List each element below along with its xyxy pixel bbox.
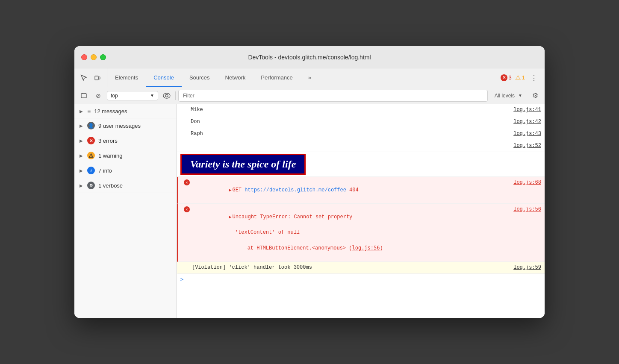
tab-bar-left: [78, 68, 107, 87]
device-toggle-button[interactable]: [91, 72, 103, 84]
level-selector[interactable]: All levels ▼: [490, 91, 527, 100]
log-content-get-error: ▶GET https://devtools.glitch.me/coffee 4…: [192, 179, 513, 202]
expand-arrow-icon[interactable]: ▶: [229, 188, 231, 193]
log-prefix: [180, 118, 191, 119]
sidebar: ▶ ≡ 12 messages ▶ 👤 9 user messages ▶ ✕ …: [74, 104, 177, 318]
chevron-right-icon: ▶: [80, 138, 84, 143]
tab-bar: Elements Console Sources Network Perform…: [74, 68, 545, 87]
error-icon: ✕: [87, 137, 95, 144]
user-icon: 👤: [87, 122, 95, 129]
more-options-button[interactable]: ⋮: [528, 71, 539, 84]
filter-input[interactable]: [178, 90, 488, 102]
clear-console-button[interactable]: [78, 90, 90, 102]
devtools-container: Elements Console Sources Network Perform…: [74, 68, 545, 318]
log-prefix: [180, 142, 191, 143]
svg-point-6: [165, 94, 168, 97]
log-entry-styled: Variety is the spice of life: [177, 152, 545, 177]
traffic-lights: [81, 54, 106, 60]
tab-performance[interactable]: Performance: [253, 68, 300, 87]
log-source-get-error[interactable]: log.js:68: [513, 179, 541, 185]
log-source-don[interactable]: log.js:42: [513, 118, 541, 125]
devtools-window: DevTools - devtools.glitch.me/console/lo…: [74, 46, 545, 318]
error-icon-prefix-2: ✕: [182, 205, 192, 212]
minimize-button[interactable]: [91, 54, 97, 60]
error-icon-prefix: ✕: [182, 179, 192, 185]
log-source-empty[interactable]: log.js:52: [513, 142, 541, 149]
sidebar-item-messages[interactable]: ▶ ≡ 12 messages: [74, 104, 177, 118]
log-content-typeerror: ▶Uncaught TypeError: Cannot set property…: [192, 205, 513, 260]
svg-rect-2: [81, 94, 86, 98]
close-button[interactable]: [81, 54, 87, 60]
title-bar: DevTools - devtools.glitch.me/console/lo…: [74, 46, 545, 68]
main-content: ▶ ≡ 12 messages ▶ 👤 9 user messages ▶ ✕ …: [74, 104, 545, 318]
log-entry-typeerror: ✕ ▶Uncaught TypeError: Cannot set proper…: [177, 204, 545, 262]
log-content-raph: Raph: [191, 130, 513, 138]
log-entry-mike: Mike log.js:41: [177, 104, 545, 116]
sidebar-item-warnings[interactable]: ▶ ⚠ 1 warning: [74, 148, 177, 163]
console-prompt[interactable]: >: [177, 274, 545, 285]
styled-output-text: Variety is the spice of life: [190, 159, 296, 170]
tabs: Elements Console Sources Network Perform…: [107, 68, 319, 87]
maximize-button[interactable]: [100, 54, 106, 60]
log-entry-raph: Raph log.js:43: [177, 128, 545, 140]
sidebar-item-errors[interactable]: ▶ ✕ 3 errors: [74, 133, 177, 148]
expand-arrow-icon-2[interactable]: ▶: [229, 215, 231, 220]
svg-point-5: [163, 93, 170, 98]
chevron-right-icon: ▶: [80, 123, 84, 128]
chevron-right-icon: ▶: [80, 183, 84, 188]
tab-network[interactable]: Network: [218, 68, 253, 87]
log-prefix: [180, 106, 191, 107]
chevron-right-icon: ▶: [80, 109, 84, 114]
tab-console[interactable]: Console: [146, 68, 182, 87]
context-selector[interactable]: top ▼: [107, 91, 158, 100]
eye-icon[interactable]: [161, 90, 173, 102]
log-entry-violation: [Violation] 'click' handler took 3000ms …: [177, 262, 545, 274]
log-source-typeerror[interactable]: log.js:56: [513, 205, 541, 212]
sidebar-label-info: 7 info: [98, 167, 112, 174]
log-content-don: Don: [191, 118, 513, 126]
log-entry-get-error: ✕ ▶GET https://devtools.glitch.me/coffee…: [177, 177, 545, 204]
window-title: DevTools - devtools.glitch.me/console/lo…: [248, 54, 371, 61]
sidebar-item-verbose[interactable]: ▶ ⚙ 1 verbose: [74, 178, 177, 193]
warning-count-badge[interactable]: ⚠ 1: [515, 74, 525, 82]
inspect-element-button[interactable]: [78, 72, 90, 84]
error-count-badge[interactable]: ✕ 3: [501, 74, 512, 81]
chevron-right-icon: ▶: [80, 153, 84, 158]
tab-bar-right: ✕ 3 ⚠ 1 ⋮: [501, 68, 545, 87]
sidebar-item-info[interactable]: ▶ i 7 info: [74, 163, 177, 178]
console-log: Mike log.js:41 Don log.js:42 Raph log.js…: [177, 104, 545, 318]
log-content-violation: [Violation] 'click' handler took 3000ms: [192, 264, 513, 271]
sidebar-label-errors: 3 errors: [98, 138, 118, 144]
error-url-link[interactable]: https://devtools.glitch.me/coffee: [245, 187, 346, 193]
console-toolbar: ⊘ top ▼ All levels ▼ ⚙: [74, 87, 545, 104]
svg-rect-0: [95, 76, 98, 80]
list-icon: ≡: [87, 108, 91, 114]
sidebar-label-messages: 12 messages: [94, 108, 127, 114]
chevron-right-icon: ▶: [80, 168, 84, 173]
tab-more[interactable]: »: [301, 68, 319, 87]
tab-sources[interactable]: Sources: [182, 68, 218, 87]
error-source-link[interactable]: log.js:56: [352, 245, 380, 251]
block-requests-button[interactable]: ⊘: [92, 90, 104, 102]
log-content-mike: Mike: [191, 106, 513, 114]
svg-rect-1: [99, 77, 100, 79]
tab-elements[interactable]: Elements: [107, 68, 146, 87]
log-source-raph[interactable]: log.js:43: [513, 130, 541, 137]
sidebar-label-verbose: 1 verbose: [98, 182, 123, 189]
sidebar-label-user: 9 user messages: [98, 123, 141, 129]
divider: [175, 91, 176, 100]
log-prefix-violation: [182, 264, 192, 264]
sidebar-label-warnings: 1 warning: [98, 153, 122, 159]
log-source-violation[interactable]: log.js:59: [513, 264, 541, 270]
log-entry-empty: log.js:52: [177, 140, 545, 152]
info-icon: i: [87, 167, 95, 174]
warning-icon: ⚠: [87, 152, 95, 159]
settings-button[interactable]: ⚙: [529, 90, 541, 102]
log-entry-don: Don log.js:42: [177, 116, 545, 128]
log-prefix: [180, 130, 191, 131]
sidebar-item-user-messages[interactable]: ▶ 👤 9 user messages: [74, 118, 177, 133]
log-source-mike[interactable]: log.js:41: [513, 106, 541, 113]
verbose-icon: ⚙: [87, 182, 95, 189]
